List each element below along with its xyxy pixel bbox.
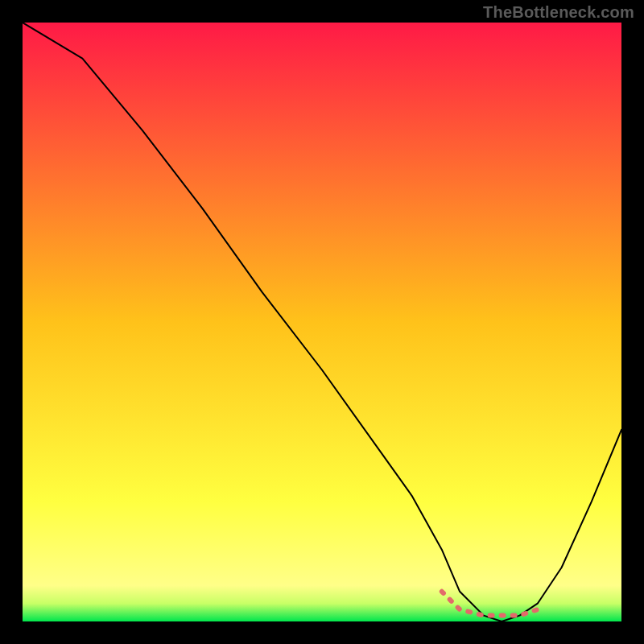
watermark-text: TheBottleneck.com — [483, 3, 634, 22]
chart-background — [23, 23, 621, 621]
chart-plot-area — [23, 23, 621, 621]
chart-svg — [23, 23, 621, 621]
chart-frame: TheBottleneck.com — [0, 0, 644, 644]
